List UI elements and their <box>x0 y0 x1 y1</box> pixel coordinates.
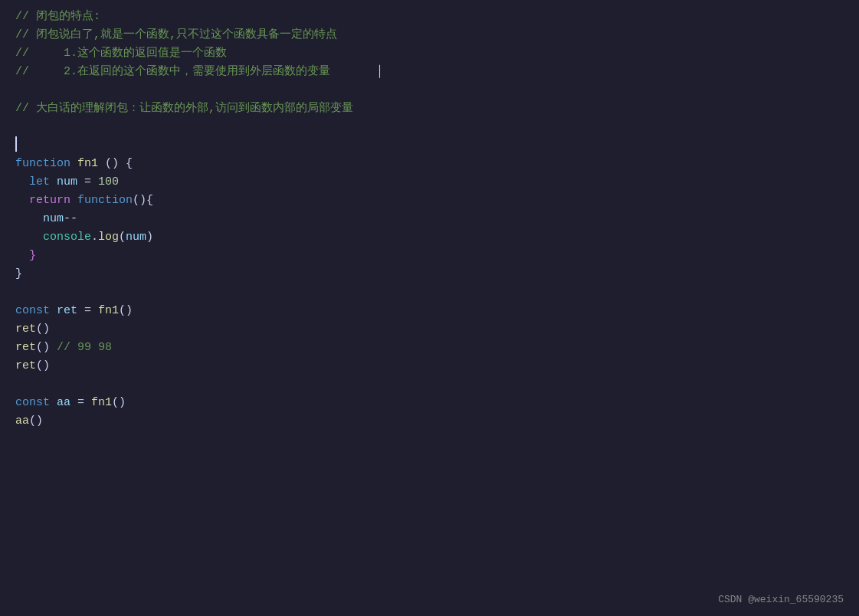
variable-num: num <box>57 173 77 192</box>
comment-text: // 大白话的理解闭包：让函数的外部,访问到函数内部的局部变量 <box>15 100 353 118</box>
code-space <box>50 339 57 357</box>
keyword-function: function <box>15 155 70 173</box>
indent <box>15 210 43 228</box>
code-line: ret () <box>0 320 859 339</box>
keyword-const: const <box>15 394 50 412</box>
text-cursor <box>15 136 17 152</box>
number-100: 100 <box>98 173 119 192</box>
code-line: let num = 100 <box>0 173 859 192</box>
call-aa: aa <box>15 412 29 431</box>
code-text: () { <box>98 155 133 173</box>
code-line: function fn1 () { <box>0 155 859 173</box>
dot: . <box>91 228 98 247</box>
call-parens: () <box>36 339 50 357</box>
comment-text: // 闭包说白了,就是一个函数,只不过这个函数具备一定的特点 <box>15 26 337 44</box>
indent <box>15 192 29 210</box>
keyword-let: let <box>29 173 50 192</box>
code-space <box>50 302 57 320</box>
code-line <box>0 81 859 100</box>
keyword-const: const <box>15 302 50 320</box>
code-space <box>70 192 77 210</box>
code-text: -- <box>64 210 77 228</box>
code-line: const ret = fn1 () <box>0 302 859 320</box>
code-text: = <box>77 173 98 192</box>
call-ret: ret <box>15 357 36 375</box>
code-line: console . log ( num ) <box>0 228 859 247</box>
comment-text: // 2.在返回的这个函数中，需要使用到外层函数的变量 <box>15 63 330 81</box>
code-line: ret () // 99 98 <box>0 339 859 357</box>
comment-text: // 1.这个函数的返回值是一个函数 <box>15 44 227 63</box>
call-ret: ret <box>15 339 36 357</box>
code-line: // 大白话的理解闭包：让函数的外部,访问到函数内部的局部变量 <box>0 100 859 118</box>
brace-close-inner: } <box>29 247 36 265</box>
code-text: (){ <box>133 192 153 210</box>
code-line-cursor <box>0 136 859 155</box>
code-line: // 1.这个函数的返回值是一个函数 <box>0 44 859 63</box>
variable-num: num <box>43 210 64 228</box>
code-line: // 闭包说白了,就是一个函数,只不过这个函数具备一定的特点 <box>0 26 859 44</box>
indent <box>15 247 29 265</box>
paren-close: ) <box>146 228 153 247</box>
variable-ret: ret <box>57 302 77 320</box>
console-object: console <box>43 228 91 247</box>
paren-open: ( <box>119 228 126 247</box>
call-fn1: fn1 <box>98 302 119 320</box>
indent <box>15 228 43 247</box>
code-line: // 2.在返回的这个函数中，需要使用到外层函数的变量 │ <box>0 63 859 81</box>
code-line <box>0 375 859 394</box>
code-line: } <box>0 247 859 265</box>
indent <box>15 173 29 192</box>
code-line: // 闭包的特点: <box>0 8 859 26</box>
log-method: log <box>98 228 119 247</box>
cursor-indicator: │ <box>376 63 383 81</box>
code-space <box>50 173 57 192</box>
brace-close-outer: } <box>15 265 22 283</box>
call-parens: () <box>36 357 50 375</box>
comment-text: // 闭包的特点: <box>15 8 100 26</box>
code-line <box>0 283 859 302</box>
code-text: = <box>77 302 98 320</box>
call-parens: () <box>29 412 43 431</box>
code-line: aa () <box>0 412 859 431</box>
call-ret: ret <box>15 320 36 339</box>
code-line: ret () <box>0 357 859 375</box>
code-space <box>70 155 77 173</box>
call-parens: () <box>112 394 126 412</box>
call-fn1: fn1 <box>91 394 112 412</box>
code-line: } <box>0 265 859 283</box>
keyword-return: return <box>29 192 70 210</box>
keyword-function: function <box>77 192 133 210</box>
code-line: const aa = fn1 () <box>0 394 859 412</box>
watermark: CSDN @weixin_65590235 <box>718 592 844 608</box>
call-parens: () <box>36 320 50 339</box>
code-line: num -- <box>0 210 859 228</box>
code-editor: // 闭包的特点: // 闭包说白了,就是一个函数,只不过这个函数具备一定的特点… <box>0 0 859 616</box>
code-space <box>50 394 57 412</box>
code-text: = <box>70 394 91 412</box>
call-parens: () <box>119 302 133 320</box>
variable-aa: aa <box>57 394 70 412</box>
variable-num: num <box>126 228 146 247</box>
inline-comment: // 99 98 <box>57 339 112 357</box>
function-name: fn1 <box>77 155 98 173</box>
code-line: return function (){ <box>0 192 859 210</box>
code-line <box>0 118 859 136</box>
